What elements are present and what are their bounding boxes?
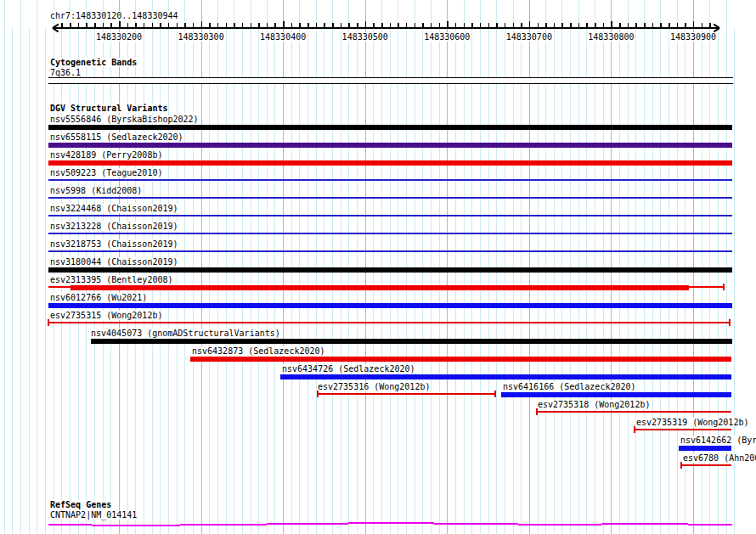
minor-tick	[341, 23, 342, 27]
variant-label[interactable]: nsv5998 (Kidd2008)	[49, 186, 143, 195]
minor-tick	[267, 23, 268, 27]
gene-model-line[interactable]	[688, 524, 732, 526]
minor-tick	[505, 23, 506, 27]
minor-tick	[561, 23, 563, 27]
variant-label[interactable]: nsv3213228 (Chaisson2019)	[49, 222, 179, 231]
variant-label[interactable]: nsv4045073 (gnomADStructuralVariants)	[90, 329, 281, 338]
minor-tick	[86, 23, 87, 27]
variant-label[interactable]: esv2735318 (Wong2012b)	[537, 400, 651, 409]
variant-label[interactable]: nsv6558115 (Sedlazeck2020)	[49, 132, 184, 142]
variant-label[interactable]: nsv3180044 (Chaisson2019)	[49, 257, 179, 267]
minor-tick	[299, 23, 301, 27]
variant-box[interactable]	[48, 303, 732, 308]
minor-tick	[578, 23, 580, 27]
major-tick	[447, 21, 449, 29]
variant-box[interactable]	[280, 374, 731, 379]
variant-range-line[interactable]	[635, 429, 731, 430]
variant-box[interactable]	[48, 160, 732, 166]
variant-label[interactable]: esv2313395 (Bentley2008)	[49, 275, 174, 284]
major-tick	[365, 21, 367, 29]
variant-range-line[interactable]	[318, 393, 495, 395]
variant-box[interactable]	[91, 339, 732, 344]
minor-gridline	[406, 28, 407, 534]
minor-tick	[103, 23, 104, 27]
minor-tick	[398, 23, 399, 27]
gene-model-line[interactable]	[180, 524, 267, 526]
minor-tick	[127, 23, 129, 27]
variant-box[interactable]	[48, 267, 732, 273]
variant-range-line[interactable]	[48, 322, 730, 323]
minor-tick	[381, 23, 383, 27]
variant-box[interactable]	[71, 285, 689, 290]
variant-range-line[interactable]	[48, 233, 732, 234]
variant-label[interactable]: nsv6434726 (Sedlazeck2020)	[281, 364, 416, 374]
variant-label[interactable]: nsv6432873 (Sedlazeck2020)	[191, 346, 326, 356]
minor-gridline	[341, 28, 341, 534]
minor-tick	[251, 23, 252, 27]
minor-tick	[177, 23, 178, 27]
variant-label[interactable]: nsv428189 (Perry2008b)	[49, 150, 163, 160]
minor-gridline	[652, 28, 653, 534]
gene-model-line[interactable]	[48, 524, 92, 526]
cytoband-box[interactable]	[48, 77, 733, 84]
variant-label[interactable]: nsv6416166 (Sedlazeck2020)	[502, 382, 637, 391]
variant-range-line[interactable]	[48, 179, 732, 181]
variant-range-line[interactable]	[689, 286, 724, 288]
axis-tick-label: 148330700	[505, 32, 553, 42]
variant-label[interactable]: nsv3224468 (Chaisson2019)	[49, 204, 179, 213]
variant-label[interactable]: nsv3218753 (Chaisson2019)	[49, 239, 179, 249]
minor-tick	[464, 23, 465, 27]
variant-box[interactable]	[48, 125, 732, 130]
minor-gridline	[488, 28, 489, 534]
refseq-gene-name[interactable]: CNTNAP2|NM_014141	[49, 510, 138, 520]
cytoband-track-header: Cytogenetic Bands	[49, 58, 138, 67]
variant-label[interactable]: nsv509223 (Teague2010)	[49, 168, 163, 177]
variant-box[interactable]	[679, 446, 731, 451]
minor-tick	[110, 23, 112, 27]
gene-model-line[interactable]	[92, 525, 180, 526]
variant-range-line[interactable]	[48, 215, 732, 216]
variant-label[interactable]: esv2735316 (Wong2012b)	[317, 382, 431, 391]
minor-gridline	[45, 28, 46, 534]
gene-model-line[interactable]	[518, 524, 601, 526]
variant-label[interactable]: esv2735315 (Wong2012b)	[49, 311, 163, 320]
gene-model-line[interactable]	[348, 522, 434, 524]
minor-tick	[234, 23, 235, 27]
variant-label[interactable]: esv2735319 (Wong2012b)	[635, 418, 749, 427]
minor-gridline	[274, 28, 275, 534]
variant-box[interactable]	[501, 392, 731, 397]
minor-gridline	[4, 0, 5, 534]
minor-gridline	[37, 0, 37, 534]
minor-tick	[184, 23, 186, 27]
variant-endpoint-whisker	[729, 319, 731, 326]
gene-model-line[interactable]	[601, 523, 688, 525]
minor-tick	[644, 23, 646, 27]
minor-tick	[422, 23, 424, 27]
major-tick	[611, 21, 612, 29]
variant-range-line[interactable]	[681, 464, 731, 466]
minor-gridline	[603, 28, 604, 534]
variant-label[interactable]: esv6780 (Ahn200	[682, 453, 756, 463]
minor-tick	[685, 23, 686, 27]
minor-tick	[357, 23, 358, 27]
minor-tick	[373, 23, 375, 27]
axis-tick-label: 148330300	[177, 32, 224, 42]
minor-gridline	[226, 28, 227, 534]
variant-range-line[interactable]	[537, 411, 731, 413]
variant-range-line[interactable]	[48, 250, 732, 252]
variant-range-line[interactable]	[48, 286, 71, 288]
variant-label[interactable]: nsv6012766 (Wu2021)	[49, 293, 148, 302]
variant-label[interactable]: nsv6142662 (Byr	[680, 436, 756, 445]
minor-gridline	[521, 28, 522, 534]
variant-range-line[interactable]	[48, 197, 732, 199]
variant-box[interactable]	[48, 143, 732, 148]
variant-box[interactable]	[190, 357, 731, 362]
region-title: chr7:148330120..148330944	[49, 11, 179, 20]
gene-model-line[interactable]	[434, 523, 518, 525]
gene-model-line[interactable]	[267, 523, 348, 525]
variant-endpoint-whisker	[494, 391, 496, 397]
refseq-track-header: RefSeq Genes	[49, 500, 112, 509]
variant-endpoint-whisker	[48, 319, 49, 326]
minor-gridline	[357, 28, 358, 534]
variant-label[interactable]: nsv5556846 (ByrskaBishop2022)	[49, 115, 200, 124]
